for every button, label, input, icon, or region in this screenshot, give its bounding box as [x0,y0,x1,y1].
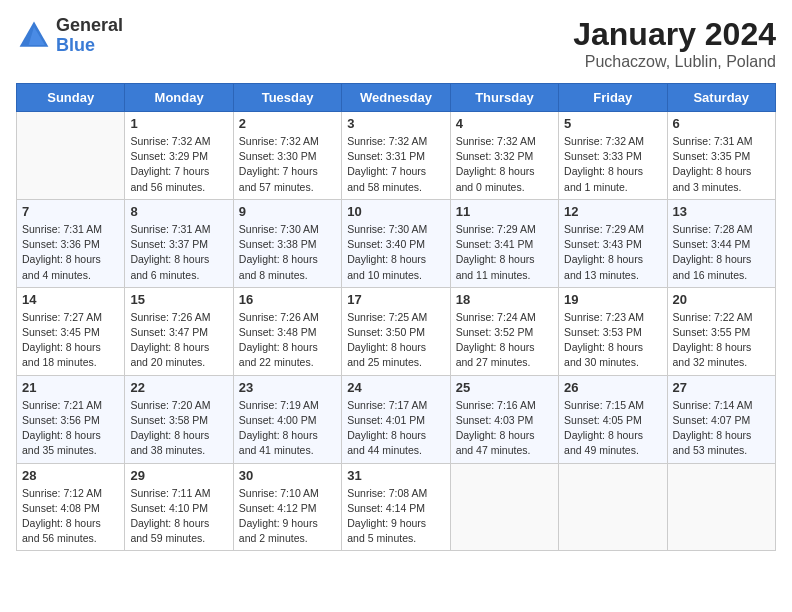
calendar-cell [17,112,125,200]
day-info: Sunrise: 7:32 AMSunset: 3:30 PMDaylight:… [239,134,336,195]
weekday-header-monday: Monday [125,84,233,112]
day-info: Sunrise: 7:16 AMSunset: 4:03 PMDaylight:… [456,398,553,459]
day-number: 27 [673,380,770,395]
logo: General Blue [16,16,123,56]
day-info: Sunrise: 7:24 AMSunset: 3:52 PMDaylight:… [456,310,553,371]
calendar-cell: 29Sunrise: 7:11 AMSunset: 4:10 PMDayligh… [125,463,233,551]
day-number: 14 [22,292,119,307]
day-number: 1 [130,116,227,131]
day-number: 2 [239,116,336,131]
day-info: Sunrise: 7:11 AMSunset: 4:10 PMDaylight:… [130,486,227,547]
calendar-cell: 14Sunrise: 7:27 AMSunset: 3:45 PMDayligh… [17,287,125,375]
day-info: Sunrise: 7:30 AMSunset: 3:38 PMDaylight:… [239,222,336,283]
calendar-cell: 18Sunrise: 7:24 AMSunset: 3:52 PMDayligh… [450,287,558,375]
calendar-cell: 4Sunrise: 7:32 AMSunset: 3:32 PMDaylight… [450,112,558,200]
day-number: 12 [564,204,661,219]
day-info: Sunrise: 7:12 AMSunset: 4:08 PMDaylight:… [22,486,119,547]
calendar-cell: 20Sunrise: 7:22 AMSunset: 3:55 PMDayligh… [667,287,775,375]
day-info: Sunrise: 7:15 AMSunset: 4:05 PMDaylight:… [564,398,661,459]
day-info: Sunrise: 7:30 AMSunset: 3:40 PMDaylight:… [347,222,444,283]
day-info: Sunrise: 7:31 AMSunset: 3:35 PMDaylight:… [673,134,770,195]
calendar-cell: 1Sunrise: 7:32 AMSunset: 3:29 PMDaylight… [125,112,233,200]
day-number: 24 [347,380,444,395]
day-info: Sunrise: 7:27 AMSunset: 3:45 PMDaylight:… [22,310,119,371]
calendar-cell [559,463,667,551]
calendar-cell [450,463,558,551]
logo-general-text: General [56,16,123,36]
calendar-cell: 10Sunrise: 7:30 AMSunset: 3:40 PMDayligh… [342,199,450,287]
day-info: Sunrise: 7:32 AMSunset: 3:31 PMDaylight:… [347,134,444,195]
day-number: 9 [239,204,336,219]
day-info: Sunrise: 7:29 AMSunset: 3:41 PMDaylight:… [456,222,553,283]
day-info: Sunrise: 7:14 AMSunset: 4:07 PMDaylight:… [673,398,770,459]
day-number: 13 [673,204,770,219]
calendar-header-row: SundayMondayTuesdayWednesdayThursdayFrid… [17,84,776,112]
calendar-cell: 11Sunrise: 7:29 AMSunset: 3:41 PMDayligh… [450,199,558,287]
calendar-week-3: 14Sunrise: 7:27 AMSunset: 3:45 PMDayligh… [17,287,776,375]
day-number: 28 [22,468,119,483]
day-number: 5 [564,116,661,131]
day-info: Sunrise: 7:20 AMSunset: 3:58 PMDaylight:… [130,398,227,459]
calendar-cell: 9Sunrise: 7:30 AMSunset: 3:38 PMDaylight… [233,199,341,287]
calendar-cell: 7Sunrise: 7:31 AMSunset: 3:36 PMDaylight… [17,199,125,287]
calendar-cell: 22Sunrise: 7:20 AMSunset: 3:58 PMDayligh… [125,375,233,463]
day-number: 25 [456,380,553,395]
calendar-cell: 8Sunrise: 7:31 AMSunset: 3:37 PMDaylight… [125,199,233,287]
calendar-cell: 24Sunrise: 7:17 AMSunset: 4:01 PMDayligh… [342,375,450,463]
day-number: 20 [673,292,770,307]
calendar-table: SundayMondayTuesdayWednesdayThursdayFrid… [16,83,776,551]
calendar-cell: 19Sunrise: 7:23 AMSunset: 3:53 PMDayligh… [559,287,667,375]
calendar-cell: 2Sunrise: 7:32 AMSunset: 3:30 PMDaylight… [233,112,341,200]
day-info: Sunrise: 7:28 AMSunset: 3:44 PMDaylight:… [673,222,770,283]
day-number: 23 [239,380,336,395]
day-number: 30 [239,468,336,483]
calendar-week-5: 28Sunrise: 7:12 AMSunset: 4:08 PMDayligh… [17,463,776,551]
calendar-cell [667,463,775,551]
location-subtitle: Puchaczow, Lublin, Poland [573,53,776,71]
weekday-header-thursday: Thursday [450,84,558,112]
calendar-week-4: 21Sunrise: 7:21 AMSunset: 3:56 PMDayligh… [17,375,776,463]
day-number: 21 [22,380,119,395]
weekday-header-wednesday: Wednesday [342,84,450,112]
day-number: 29 [130,468,227,483]
day-number: 19 [564,292,661,307]
day-info: Sunrise: 7:26 AMSunset: 3:48 PMDaylight:… [239,310,336,371]
calendar-cell: 16Sunrise: 7:26 AMSunset: 3:48 PMDayligh… [233,287,341,375]
day-number: 15 [130,292,227,307]
calendar-cell: 21Sunrise: 7:21 AMSunset: 3:56 PMDayligh… [17,375,125,463]
day-info: Sunrise: 7:26 AMSunset: 3:47 PMDaylight:… [130,310,227,371]
calendar-cell: 28Sunrise: 7:12 AMSunset: 4:08 PMDayligh… [17,463,125,551]
day-info: Sunrise: 7:10 AMSunset: 4:12 PMDaylight:… [239,486,336,547]
day-number: 16 [239,292,336,307]
day-info: Sunrise: 7:19 AMSunset: 4:00 PMDaylight:… [239,398,336,459]
day-info: Sunrise: 7:22 AMSunset: 3:55 PMDaylight:… [673,310,770,371]
day-number: 4 [456,116,553,131]
day-info: Sunrise: 7:32 AMSunset: 3:29 PMDaylight:… [130,134,227,195]
day-number: 31 [347,468,444,483]
calendar-week-2: 7Sunrise: 7:31 AMSunset: 3:36 PMDaylight… [17,199,776,287]
day-info: Sunrise: 7:32 AMSunset: 3:32 PMDaylight:… [456,134,553,195]
calendar-cell: 5Sunrise: 7:32 AMSunset: 3:33 PMDaylight… [559,112,667,200]
day-info: Sunrise: 7:29 AMSunset: 3:43 PMDaylight:… [564,222,661,283]
calendar-cell: 13Sunrise: 7:28 AMSunset: 3:44 PMDayligh… [667,199,775,287]
day-number: 8 [130,204,227,219]
calendar-cell: 23Sunrise: 7:19 AMSunset: 4:00 PMDayligh… [233,375,341,463]
day-info: Sunrise: 7:23 AMSunset: 3:53 PMDaylight:… [564,310,661,371]
day-info: Sunrise: 7:21 AMSunset: 3:56 PMDaylight:… [22,398,119,459]
day-info: Sunrise: 7:08 AMSunset: 4:14 PMDaylight:… [347,486,444,547]
calendar-cell: 3Sunrise: 7:32 AMSunset: 3:31 PMDaylight… [342,112,450,200]
day-info: Sunrise: 7:31 AMSunset: 3:37 PMDaylight:… [130,222,227,283]
calendar-cell: 30Sunrise: 7:10 AMSunset: 4:12 PMDayligh… [233,463,341,551]
month-title: January 2024 [573,16,776,53]
calendar-cell: 27Sunrise: 7:14 AMSunset: 4:07 PMDayligh… [667,375,775,463]
day-number: 26 [564,380,661,395]
day-number: 11 [456,204,553,219]
day-number: 7 [22,204,119,219]
calendar-week-1: 1Sunrise: 7:32 AMSunset: 3:29 PMDaylight… [17,112,776,200]
day-info: Sunrise: 7:17 AMSunset: 4:01 PMDaylight:… [347,398,444,459]
calendar-cell: 31Sunrise: 7:08 AMSunset: 4:14 PMDayligh… [342,463,450,551]
day-number: 18 [456,292,553,307]
weekday-header-saturday: Saturday [667,84,775,112]
day-info: Sunrise: 7:31 AMSunset: 3:36 PMDaylight:… [22,222,119,283]
title-block: January 2024 Puchaczow, Lublin, Poland [573,16,776,71]
